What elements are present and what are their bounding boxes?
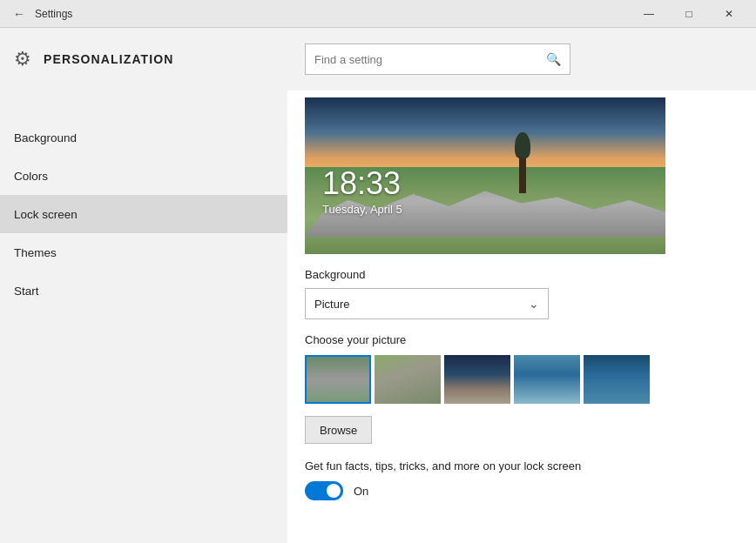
picture-section: Choose your picture Browse	[287, 333, 756, 459]
maximize-button[interactable]: □	[669, 0, 709, 28]
lockscreen-tree-top	[515, 132, 530, 158]
content-area: 18:33 Tuesday, April 5 Background Pictur…	[287, 90, 756, 543]
toggle-thumb	[327, 484, 341, 498]
picture-grid	[305, 355, 739, 404]
sidebar-label-themes: Themes	[14, 246, 57, 259]
fun-facts-section: Get fun facts, tips, tricks, and more on…	[287, 459, 756, 500]
browse-label: Browse	[320, 424, 357, 437]
sidebar-item-colors[interactable]: Colors	[0, 157, 287, 195]
back-icon: ←	[13, 7, 25, 21]
sidebar-label-start: Start	[14, 285, 39, 298]
sidebar-label-colors: Colors	[14, 170, 48, 183]
picture-thumb-4[interactable]	[514, 355, 580, 404]
fun-facts-toggle[interactable]	[305, 481, 343, 500]
title-bar: ← Settings — □ ✕	[0, 0, 756, 28]
sidebar-item-lock-screen[interactable]: Lock screen	[0, 195, 287, 233]
gear-icon: ⚙	[14, 48, 31, 70]
search-input[interactable]	[314, 53, 546, 66]
picture-thumb-5[interactable]	[584, 355, 650, 404]
search-icon: 🔍	[546, 52, 561, 66]
sidebar: Background Colors Lock screen Themes Sta…	[0, 28, 287, 543]
lockscreen-preview: 18:33 Tuesday, April 5	[305, 97, 665, 254]
sidebar-label-lock-screen: Lock screen	[14, 208, 78, 221]
browse-button[interactable]: Browse	[305, 416, 372, 444]
window-controls: — □ ✕	[629, 0, 749, 28]
minimize-button[interactable]: —	[629, 0, 669, 28]
back-button[interactable]: ←	[7, 2, 31, 26]
picture-thumb-1[interactable]	[305, 355, 371, 404]
background-label: Background	[305, 268, 739, 281]
search-area: 🔍	[287, 28, 756, 90]
background-dropdown[interactable]: Picture ⌄	[305, 288, 549, 319]
dropdown-value: Picture	[314, 298, 349, 311]
sidebar-label-background: Background	[14, 131, 77, 144]
lockscreen-time: 18:33	[322, 165, 401, 202]
toggle-row: On	[305, 481, 739, 500]
background-section: Background Picture ⌄	[287, 268, 756, 319]
app-body: Background Colors Lock screen Themes Sta…	[0, 28, 756, 543]
sidebar-item-background[interactable]: Background	[0, 118, 287, 157]
app-title: PERSONALIZATION	[44, 52, 174, 66]
lockscreen-date: Tuesday, April 5	[322, 203, 402, 216]
search-box[interactable]: 🔍	[305, 44, 570, 75]
sidebar-item-themes[interactable]: Themes	[0, 233, 287, 272]
toggle-label: On	[354, 485, 368, 498]
picture-thumb-2[interactable]	[375, 355, 441, 404]
sidebar-item-start[interactable]: Start	[0, 272, 287, 310]
picture-thumb-3[interactable]	[444, 355, 510, 404]
window-title: Settings	[35, 8, 629, 20]
close-button[interactable]: ✕	[709, 0, 749, 28]
choose-picture-label: Choose your picture	[305, 333, 739, 346]
chevron-down-icon: ⌄	[529, 297, 539, 311]
app-header: ⚙ PERSONALIZATION	[0, 28, 287, 90]
fun-facts-label: Get fun facts, tips, tricks, and more on…	[305, 459, 739, 473]
